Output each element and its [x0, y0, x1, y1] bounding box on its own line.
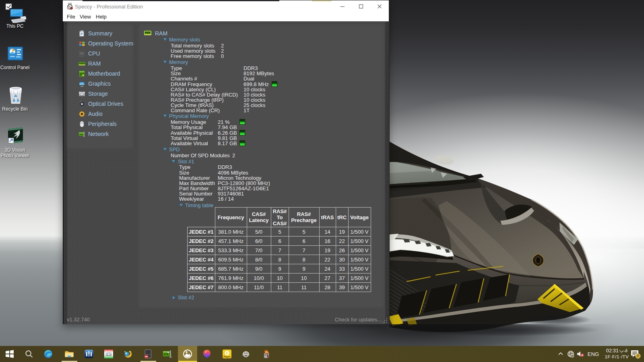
- svg-text:Player: Player: [223, 356, 231, 358]
